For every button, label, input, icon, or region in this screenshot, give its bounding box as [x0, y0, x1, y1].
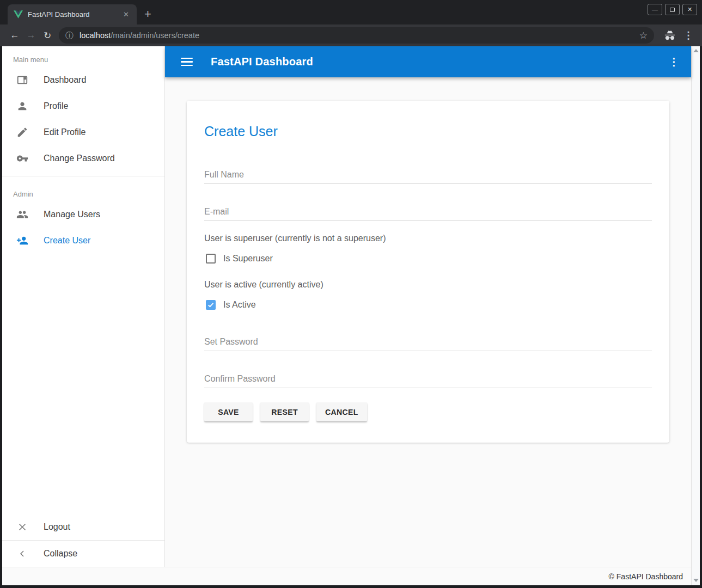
browser-window: FastAPI Dashboard ✕ + — ✕ ← → ↻ ⓘ localh… — [0, 0, 702, 588]
scroll-up-arrow-icon[interactable] — [693, 49, 699, 52]
back-button[interactable]: ← — [7, 30, 23, 41]
main-area: FastAPI Dashboard ⋮ Create User — [165, 46, 691, 567]
sidebar-item-change-password[interactable]: Change Password — [2, 145, 164, 171]
tab-strip: FastAPI Dashboard ✕ + — ✕ — [0, 0, 702, 24]
sidebar-item-label: Manage Users — [44, 210, 100, 219]
reset-button[interactable]: RESET — [260, 402, 309, 421]
sidebar-section-admin: Admin — [2, 181, 164, 201]
sidebar-item-label: Logout — [44, 522, 70, 532]
sidebar-item-create-user[interactable]: Create User — [2, 228, 164, 254]
sidebar-item-label: Edit Profile — [44, 127, 86, 137]
sidebar-item-label: Collapse — [44, 549, 77, 559]
save-button[interactable]: SAVE — [204, 402, 253, 421]
tab-close-icon[interactable]: ✕ — [121, 10, 131, 19]
new-tab-button[interactable]: + — [144, 8, 151, 20]
person-add-icon — [16, 234, 29, 247]
sidebar-item-collapse[interactable]: Collapse — [2, 541, 164, 567]
page-footer: © FastAPI Dashboard — [2, 567, 691, 585]
sidebar-item-profile[interactable]: Profile — [2, 93, 164, 119]
page-viewport: Main menu Dashboard — [2, 46, 691, 585]
copyright-text: © FastAPI Dashboard — [609, 572, 683, 581]
site-info-icon[interactable]: ⓘ — [65, 30, 74, 41]
superuser-hint: User is superuser (currently is not a su… — [204, 234, 652, 243]
create-user-card: Create User User is superuser (currently… — [187, 101, 669, 443]
form-actions: SAVE RESET CANCEL — [204, 402, 652, 421]
page-content: Create User User is superuser (currently… — [165, 77, 691, 567]
sidebar-item-manage-users[interactable]: Manage Users — [2, 201, 164, 228]
app-title: FastAPI Dashboard — [211, 56, 313, 68]
key-icon — [16, 152, 29, 165]
browser-toolbar: ← → ↻ ⓘ localhost/main/admin/users/creat… — [0, 24, 702, 46]
confirm-password-field-wrap — [204, 374, 652, 388]
sidebar-item-label: Change Password — [44, 154, 115, 163]
sidebar-item-label: Dashboard — [44, 75, 86, 85]
forward-button[interactable]: → — [23, 30, 39, 41]
page-title: Create User — [204, 124, 652, 139]
dashboard-icon — [16, 74, 29, 87]
tab-title: FastAPI Dashboard — [28, 10, 121, 19]
close-icon — [16, 520, 29, 534]
set-password-input[interactable] — [204, 337, 652, 351]
scroll-down-arrow-icon[interactable] — [693, 579, 699, 582]
active-checkbox-row: Is Active — [204, 300, 652, 310]
browser-tab[interactable]: FastAPI Dashboard ✕ — [8, 4, 137, 24]
hamburger-menu-icon[interactable] — [181, 58, 193, 66]
full-name-field-wrap — [204, 170, 652, 184]
is-superuser-checkbox[interactable] — [206, 254, 216, 264]
sidebar-section-main-menu: Main menu — [2, 46, 164, 67]
sidebar-spacer — [2, 254, 164, 514]
email-field-wrap — [204, 207, 652, 221]
people-icon — [16, 208, 29, 221]
app-menu-icon[interactable]: ⋮ — [669, 56, 679, 68]
page-scrollbar[interactable] — [691, 46, 700, 585]
address-bar[interactable]: ⓘ localhost/main/admin/users/create ☆ — [59, 27, 654, 44]
incognito-icon — [664, 29, 676, 41]
bookmark-star-icon[interactable]: ☆ — [639, 30, 648, 41]
url-path: /main/admin/users/create — [111, 31, 199, 40]
checkmark-icon — [207, 301, 215, 309]
maximize-button[interactable] — [665, 4, 680, 15]
is-active-checkbox[interactable] — [206, 300, 216, 310]
minimize-button[interactable]: — — [648, 4, 662, 15]
url-text: localhost/main/admin/users/create — [80, 31, 639, 40]
chevron-left-icon — [16, 547, 29, 560]
superuser-checkbox-row: Is Superuser — [204, 254, 652, 264]
sidebar-item-label: Create User — [44, 236, 90, 246]
active-hint: User is active (currently active) — [204, 280, 652, 290]
reload-button[interactable]: ↻ — [39, 30, 56, 41]
sidebar: Main menu Dashboard — [2, 46, 165, 567]
person-icon — [16, 100, 29, 113]
window-frame: Main menu Dashboard — [0, 46, 702, 588]
sidebar-item-edit-profile[interactable]: Edit Profile — [2, 119, 164, 145]
browser-menu-icon[interactable]: ⋮ — [683, 29, 693, 41]
app-bar: FastAPI Dashboard ⋮ — [165, 46, 691, 77]
checkbox-label: Is Superuser — [223, 254, 273, 264]
vue-logo-icon — [14, 10, 23, 19]
cancel-button[interactable]: CANCEL — [316, 402, 367, 421]
sidebar-item-dashboard[interactable]: Dashboard — [2, 67, 164, 93]
sidebar-item-logout[interactable]: Logout — [2, 514, 164, 540]
sidebar-divider — [2, 176, 164, 176]
checkbox-label: Is Active — [223, 300, 256, 310]
pencil-icon — [16, 126, 29, 139]
set-password-field-wrap — [204, 337, 652, 351]
window-close-button[interactable]: ✕ — [682, 4, 697, 15]
sidebar-item-label: Profile — [44, 101, 68, 111]
confirm-password-input[interactable] — [204, 374, 652, 388]
window-controls: — ✕ — [648, 4, 697, 15]
maximize-icon — [670, 8, 675, 12]
url-host: localhost — [80, 31, 111, 40]
full-name-input[interactable] — [204, 170, 652, 184]
email-input[interactable] — [204, 207, 652, 221]
